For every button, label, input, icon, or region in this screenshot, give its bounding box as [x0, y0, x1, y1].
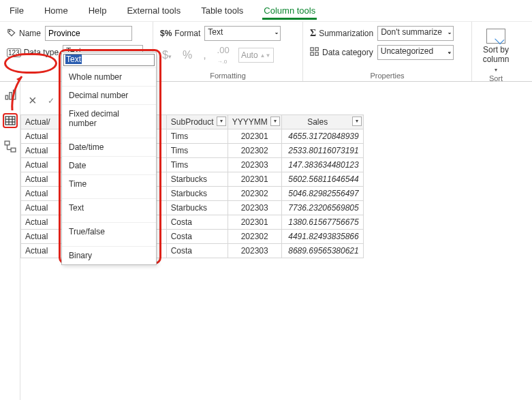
- tag-icon: [7, 28, 16, 40]
- svg-rect-3: [311, 52, 313, 55]
- datatype-option[interactable]: Fixed decimal number: [62, 104, 156, 132]
- svg-point-0: [9, 30, 10, 31]
- datatype-option[interactable]: Date/time: [62, 138, 156, 156]
- datatype-option[interactable]: True/false: [62, 222, 156, 241]
- datatype-option[interactable]: Whole number: [62, 67, 156, 86]
- datatype-dropdown: Text Whole numberDecimal numberFixed dec…: [61, 52, 157, 265]
- svg-rect-5: [5, 95, 7, 99]
- datatype-dropdown-input[interactable]: Text: [63, 54, 155, 66]
- thousands-button[interactable]: ,: [201, 49, 208, 61]
- auto-button[interactable]: Auto▲▼: [238, 48, 274, 63]
- datacategory-select[interactable]: Uncategorized: [377, 45, 454, 60]
- format-label: $% Format: [160, 29, 200, 38]
- svg-rect-1: [311, 47, 313, 50]
- currency-button[interactable]: $▾: [160, 49, 174, 61]
- formatting-group-label: Formatting: [160, 71, 296, 80]
- name-input[interactable]: [45, 26, 132, 41]
- svg-rect-8: [5, 117, 15, 125]
- tab-column-tools[interactable]: Column tools: [262, 1, 317, 20]
- svg-rect-13: [5, 141, 10, 145]
- properties-group-label: Properties: [310, 71, 465, 80]
- datatype-icon: 123: [7, 48, 21, 57]
- check-icon[interactable]: ✓: [48, 96, 54, 106]
- name-label: Name: [7, 28, 41, 40]
- ribbon-group-sort: Sort by column ▾ Sort: [472, 22, 520, 81]
- datatype-option[interactable]: Binary: [62, 246, 156, 264]
- tab-home[interactable]: Home: [43, 1, 69, 20]
- filter-icon[interactable]: ▾: [352, 117, 362, 126]
- sort-icon: [486, 29, 505, 44]
- col-actual[interactable]: Actual/: [25, 117, 50, 127]
- format-icon: $%: [160, 29, 172, 38]
- format-select[interactable]: Text: [204, 26, 281, 41]
- tab-file[interactable]: File: [8, 1, 25, 20]
- svg-rect-2: [315, 47, 318, 50]
- ribbon-group-properties: Σ Summarization Don't summarize Data cat…: [303, 22, 472, 81]
- col-sales[interactable]: Sales: [307, 117, 328, 127]
- datatype-label: 123 Data type: [7, 48, 59, 57]
- chevron-down-icon: ▾: [495, 67, 497, 73]
- annotation-arrow: [10, 72, 30, 113]
- datatype-option[interactable]: Text: [62, 198, 156, 217]
- svg-rect-14: [11, 148, 16, 152]
- sigma-icon: Σ: [310, 28, 316, 39]
- col-yyyymm[interactable]: YYYYMM: [232, 117, 268, 127]
- tab-table-tools[interactable]: Table tools: [200, 1, 245, 20]
- tab-help[interactable]: Help: [87, 1, 108, 20]
- ribbon-group-formatting: $% Format Text $▾ % , .00→.0 Auto▲▼ Form…: [153, 22, 303, 81]
- sort-group-label: Sort: [479, 74, 513, 82]
- datatype-option[interactable]: Time: [62, 174, 156, 193]
- datacategory-label: Data category: [310, 47, 373, 59]
- filter-icon[interactable]: ▾: [217, 117, 226, 126]
- col-subproduct[interactable]: SubProduct: [171, 117, 214, 127]
- category-icon: [310, 47, 319, 59]
- decimals-button[interactable]: .00→.0: [215, 45, 232, 65]
- percent-button[interactable]: %: [181, 49, 194, 61]
- model-view-icon[interactable]: [3, 139, 18, 154]
- menu-tabs: File Home Help External tools Table tool…: [0, 0, 532, 22]
- data-view-icon[interactable]: [3, 113, 18, 128]
- summarization-select[interactable]: Don't summarize: [377, 26, 454, 41]
- datatype-option[interactable]: Decimal number: [62, 86, 156, 104]
- sort-by-column-button[interactable]: Sort by column ▾: [479, 26, 513, 74]
- svg-rect-4: [315, 52, 318, 55]
- left-nav: [0, 82, 20, 400]
- tab-external-tools[interactable]: External tools: [125, 1, 182, 20]
- datatype-option[interactable]: Date: [62, 156, 156, 174]
- filter-icon[interactable]: ▾: [270, 117, 280, 126]
- summarization-label: Σ Summarization: [310, 28, 373, 39]
